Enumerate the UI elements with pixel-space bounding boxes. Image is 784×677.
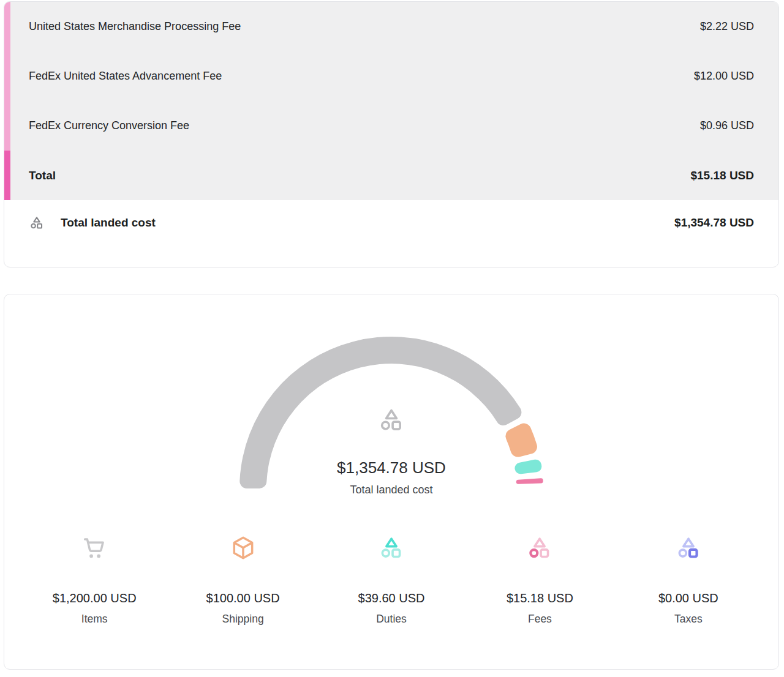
total-landed-cost-value: $1,354.78 USD: [674, 216, 754, 230]
fee-table: United States Merchandise Processing Fee…: [4, 2, 778, 200]
fee-label: United States Merchandise Processing Fee: [29, 20, 241, 33]
fee-value: $2.22 USD: [700, 20, 754, 33]
table-row: United States Merchandise Processing Fee…: [4, 2, 778, 51]
duties-shapes-icon: [378, 534, 405, 561]
fees-shapes-icon: [526, 534, 553, 561]
fee-label: FedEx Currency Conversion Fee: [29, 119, 189, 132]
gauge-center-label: Total landed cost: [4, 482, 778, 497]
stat-label: Fees: [466, 612, 614, 626]
stat-value: $0.00 USD: [614, 591, 763, 605]
stat-fees: $15.18 USD Fees: [466, 534, 614, 626]
cost-stats-row: $1,200.00 USD Items $100.00 USD Shipping: [20, 534, 763, 626]
stat-label: Items: [20, 612, 168, 626]
fee-breakdown-card: United States Merchandise Processing Fee…: [4, 1, 779, 267]
stat-label: Taxes: [614, 612, 763, 626]
table-row: FedEx United States Advancement Fee $12.…: [4, 51, 778, 101]
fee-value: $12.00 USD: [694, 70, 754, 83]
total-landed-cost-row: Total landed cost $1,354.78 USD: [4, 200, 778, 231]
stat-value: $1,200.00 USD: [20, 591, 168, 605]
fee-total-value: $15.18 USD: [690, 169, 754, 182]
fee-label: FedEx United States Advancement Fee: [29, 70, 222, 83]
fees-accent-bar-light: [4, 2, 10, 151]
stat-duties: $39.60 USD Duties: [317, 534, 466, 626]
stat-label: Duties: [317, 612, 466, 626]
stat-value: $15.18 USD: [466, 591, 614, 605]
landed-cost-shapes-icon: [377, 406, 405, 434]
fee-total-label: Total: [29, 169, 56, 182]
fee-total-row: Total $15.18 USD: [4, 151, 778, 200]
landed-cost-chart-card: $1,354.78 USD Total landed cost $1,200.0…: [4, 294, 779, 670]
taxes-shapes-icon: [675, 534, 702, 561]
landed-cost-shapes-icon: [29, 215, 45, 231]
table-row: FedEx Currency Conversion Fee $0.96 USD: [4, 101, 778, 151]
package-icon: [230, 534, 257, 561]
gauge-center: $1,354.78 USD Total landed cost: [4, 406, 778, 497]
total-landed-cost-label: Total landed cost: [61, 216, 156, 230]
stat-items: $1,200.00 USD Items: [20, 534, 168, 626]
gauge-center-value: $1,354.78 USD: [4, 458, 778, 477]
stat-value: $100.00 USD: [168, 591, 317, 605]
cart-icon: [81, 534, 108, 561]
stat-value: $39.60 USD: [317, 591, 466, 605]
fee-value: $0.96 USD: [700, 119, 754, 132]
stat-label: Shipping: [168, 612, 317, 626]
stat-shipping: $100.00 USD Shipping: [168, 534, 317, 626]
stat-taxes: $0.00 USD Taxes: [614, 534, 763, 626]
fees-accent-bar-dark: [4, 151, 10, 200]
